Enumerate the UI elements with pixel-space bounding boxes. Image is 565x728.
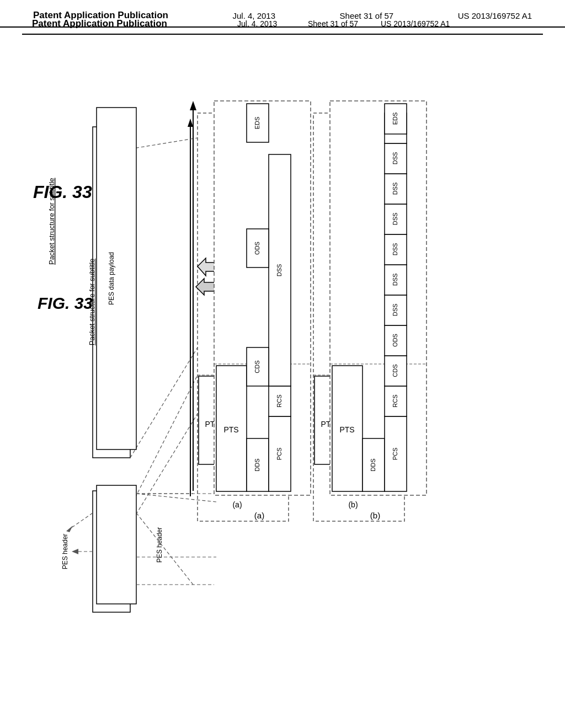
- svg-rect-47: [363, 142, 384, 173]
- svg-text:PCS: PCS: [254, 419, 260, 431]
- svg-rect-33: [363, 381, 384, 464]
- svg-text:DSS: DSS: [370, 152, 376, 164]
- svg-rect-22: [247, 116, 268, 354]
- svg-rect-39: [363, 266, 384, 310]
- svg-rect-0: [198, 113, 289, 521]
- svg-rect-41: [363, 235, 384, 266]
- publication-date: Jul. 4, 2013: [232, 11, 275, 20]
- col-a-pts-label: PTS: [205, 420, 220, 429]
- svg-line-10: [130, 375, 198, 507]
- svg-rect-28: [247, 116, 268, 160]
- label-b: (b): [348, 500, 358, 509]
- svg-rect-45: [363, 173, 384, 204]
- svg-rect-1: [313, 113, 404, 521]
- svg-text:CDS: CDS: [370, 323, 376, 336]
- svg-text:DSS: DSS: [254, 229, 260, 242]
- svg-rect-4: [93, 491, 130, 612]
- svg-rect-37: [363, 310, 384, 350]
- svg-marker-8: [196, 279, 221, 295]
- svg-rect-15: [199, 376, 226, 464]
- svg-rect-30: [315, 376, 342, 464]
- svg-text:EDS: EDS: [254, 132, 260, 144]
- svg-text:DDS: DDS: [349, 427, 355, 440]
- svg-rect-43: [363, 204, 384, 235]
- svg-text:DSS: DSS: [370, 244, 376, 257]
- svg-rect-26: [247, 222, 268, 266]
- svg-rect-49: [363, 111, 384, 142]
- svg-text:ODS: ODS: [254, 237, 260, 250]
- svg-rect-20: [247, 354, 268, 385]
- sheet-info: Sheet 31 of 57: [340, 11, 394, 20]
- svg-text:DSS: DSS: [370, 121, 376, 133]
- svg-text:ODS: ODS: [370, 281, 376, 295]
- patent-number: US 2013/169752 A1: [458, 11, 532, 20]
- svg-text:DSS: DSS: [370, 183, 376, 195]
- page-header: Patent Application Publication Jul. 4, 2…: [0, 0, 565, 28]
- svg-line-12: [130, 347, 198, 458]
- svg-rect-51: [363, 116, 384, 147]
- svg-line-11: [130, 138, 198, 149]
- figure-label: FIG. 33: [33, 182, 92, 202]
- col-b-pts-label: PTS: [321, 420, 335, 429]
- svg-line-9: [130, 414, 198, 524]
- pes-header-label: PES header: [61, 534, 69, 570]
- svg-text:RCS: RCS: [370, 358, 376, 371]
- svg-rect-16: [226, 403, 247, 464]
- packet-structure-label: Packet structure for subtitle: [88, 259, 96, 346]
- svg-text:PCS: PCS: [370, 416, 376, 429]
- svg-text:DSS: DSS: [370, 213, 376, 226]
- publication-title: Patent Application Publication: [33, 10, 168, 21]
- svg-text:RCS: RCS: [254, 363, 260, 376]
- svg-rect-31: [342, 403, 363, 464]
- svg-rect-24: [247, 306, 268, 354]
- svg-rect-5: [93, 127, 130, 458]
- svg-text:DDS: DDS: [233, 427, 239, 440]
- label-a: (a): [232, 500, 242, 509]
- svg-rect-35: [363, 350, 384, 381]
- svg-marker-7: [188, 119, 193, 127]
- svg-text:CDS: CDS: [254, 323, 260, 336]
- drawing-area: FIG. 33 PES header PES data payload: [0, 28, 565, 722]
- diagram-svg: PES header PES data payload PTS DDS PCS: [0, 28, 565, 722]
- svg-rect-18: [247, 385, 268, 464]
- svg-marker-14: [72, 549, 78, 554]
